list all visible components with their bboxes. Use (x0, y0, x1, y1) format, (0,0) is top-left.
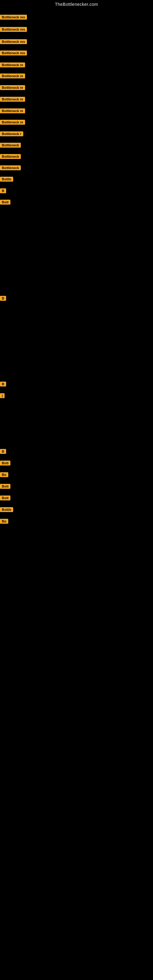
bottleneck-badge-b9: Bottleneck re (0, 108, 25, 113)
site-title: TheBottlenecker.com (0, 0, 153, 8)
bottleneck-badge-b3: Bottleneck res (0, 39, 27, 44)
bottleneck-badge-b22: Bott (0, 461, 10, 466)
bottleneck-badge-b13: Bottleneck (0, 154, 21, 159)
bottleneck-badge-b19: B (0, 382, 6, 387)
bottleneck-badge-b26: Bottle (0, 507, 13, 512)
bottleneck-badge-b14: Bottleneck (0, 165, 21, 170)
bottleneck-badge-b1: Bottleneck res (0, 15, 27, 20)
bottleneck-badge-b23: Bo (0, 472, 8, 477)
bottleneck-badge-b27: Bo (0, 519, 8, 524)
badges-container: Bottleneck resBottleneck resBottleneck r… (0, 8, 153, 980)
bottleneck-badge-b15: Bottle (0, 177, 13, 181)
bottleneck-badge-b25: Bott (0, 495, 10, 500)
bottleneck-badge-b10: Bottleneck re (0, 120, 25, 125)
bottleneck-badge-b8: Bottleneck re (0, 97, 25, 102)
bottleneck-badge-b6: Bottleneck re (0, 73, 25, 78)
bottleneck-badge-b11: Bottleneck r (0, 131, 23, 136)
bottleneck-badge-b17: Bott (0, 200, 10, 205)
bottleneck-badge-b4: Bottleneck res (0, 51, 27, 56)
bottleneck-badge-b18: B (0, 296, 6, 301)
bottleneck-badge-b2: Bottleneck res (0, 27, 27, 32)
bottleneck-badge-b16: B (0, 188, 6, 193)
bottleneck-badge-b12: Bottleneck (0, 143, 21, 148)
bottleneck-badge-b7: Bottleneck re (0, 85, 25, 90)
bottleneck-badge-b24: Bott (0, 484, 10, 489)
bottleneck-badge-b5: Bottleneck re (0, 62, 25, 67)
bottleneck-badge-b21: B (0, 449, 6, 454)
bottleneck-badge-b20: | (0, 393, 5, 398)
